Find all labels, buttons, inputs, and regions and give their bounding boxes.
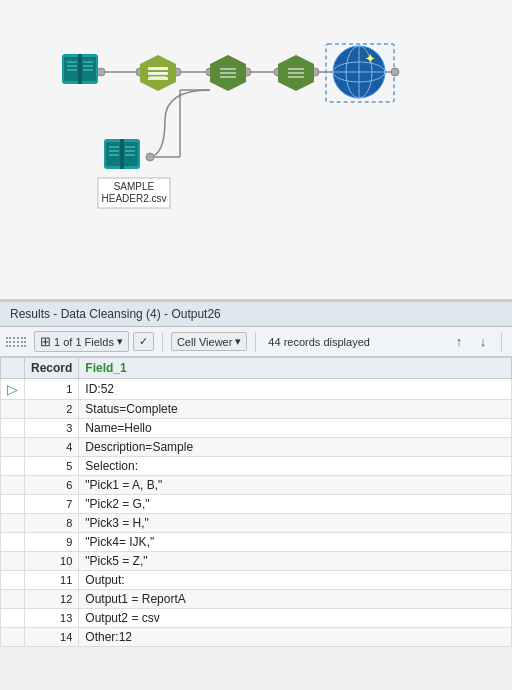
fields-dropdown-icon: ▾ bbox=[117, 335, 123, 348]
workflow-canvas: ✦ SAMPLE HEADER2.csv bbox=[0, 0, 512, 300]
row-field-value: Status=Complete bbox=[79, 400, 512, 419]
svg-text:HEADER2.csv: HEADER2.csv bbox=[101, 193, 166, 204]
row-field-value: "Pick3 = H," bbox=[79, 514, 512, 533]
svg-text:SAMPLE: SAMPLE bbox=[114, 181, 155, 192]
table-row: 12Output1 = ReportA bbox=[1, 590, 512, 609]
row-field-value: Output1 = ReportA bbox=[79, 590, 512, 609]
svg-point-11 bbox=[146, 153, 154, 161]
row-field-value: Name=Hello bbox=[79, 419, 512, 438]
table-row: 8"Pick3 = H," bbox=[1, 514, 512, 533]
row-number: 1 bbox=[25, 379, 79, 400]
table-row: 5Selection: bbox=[1, 457, 512, 476]
row-number: 3 bbox=[25, 419, 79, 438]
row-number: 11 bbox=[25, 571, 79, 590]
table-row: 6"Pick1 = A, B," bbox=[1, 476, 512, 495]
drag-handle bbox=[6, 337, 26, 347]
row-field-value: A bbox=[79, 647, 512, 648]
cell-viewer-dropdown-icon: ▾ bbox=[235, 335, 241, 348]
row-field-value: Selection: bbox=[79, 457, 512, 476]
separator-1 bbox=[162, 332, 163, 352]
scroll-up-button[interactable]: ↑ bbox=[449, 332, 469, 352]
table-row: 10"Pick5 = Z," bbox=[1, 552, 512, 571]
row-field-value: "Pick2 = G," bbox=[79, 495, 512, 514]
row-check-cell bbox=[1, 438, 25, 457]
records-count: 44 records displayed bbox=[268, 336, 370, 348]
table-icon: ⊞ bbox=[40, 334, 51, 349]
table-row: 11Output: bbox=[1, 571, 512, 590]
results-title: Results - Data Cleansing (4) - Output26 bbox=[0, 302, 512, 327]
row-number: 13 bbox=[25, 609, 79, 628]
separator-3 bbox=[501, 332, 502, 352]
table-row: 9"Pick4= IJK," bbox=[1, 533, 512, 552]
row-field-value: ID:52 bbox=[79, 379, 512, 400]
data-table: Record Field_1 ▷1ID:522Status=Complete3N… bbox=[0, 357, 512, 647]
svg-rect-52 bbox=[123, 142, 138, 166]
table-row: 7"Pick2 = G," bbox=[1, 495, 512, 514]
svg-point-9 bbox=[97, 68, 105, 76]
checkmark-icon: ✓ bbox=[139, 335, 148, 348]
row-check-cell bbox=[1, 476, 25, 495]
row-check-cell bbox=[1, 457, 25, 476]
row-check-cell bbox=[1, 609, 25, 628]
row-check-cell bbox=[1, 533, 25, 552]
row-number: 4 bbox=[25, 438, 79, 457]
table-header-row: Record Field_1 bbox=[1, 358, 512, 379]
row-field-value: Description=Sample bbox=[79, 438, 512, 457]
fields-selector-button[interactable]: ⊞ 1 of 1 Fields ▾ bbox=[34, 331, 129, 352]
cell-viewer-button[interactable]: Cell Viewer ▾ bbox=[171, 332, 247, 351]
row-check-cell bbox=[1, 419, 25, 438]
row-check-cell bbox=[1, 552, 25, 571]
row-number: 9 bbox=[25, 533, 79, 552]
row-check-cell bbox=[1, 514, 25, 533]
scroll-down-button[interactable]: ↓ bbox=[473, 332, 493, 352]
cell-viewer-label: Cell Viewer bbox=[177, 336, 232, 348]
table-row: 4Description=Sample bbox=[1, 438, 512, 457]
row-number: 6 bbox=[25, 476, 79, 495]
col-header-field1: Field_1 bbox=[79, 358, 512, 379]
col-header-check bbox=[1, 358, 25, 379]
svg-text:✦: ✦ bbox=[365, 52, 375, 66]
svg-rect-19 bbox=[64, 57, 79, 81]
row-check-cell bbox=[1, 628, 25, 647]
row-number: 2 bbox=[25, 400, 79, 419]
row-number: 12 bbox=[25, 590, 79, 609]
results-panel: Results - Data Cleansing (4) - Output26 … bbox=[0, 300, 512, 647]
row-field-value: Other:12 bbox=[79, 628, 512, 647]
results-toolbar: ⊞ 1 of 1 Fields ▾ ✓ Cell Viewer ▾ 44 rec… bbox=[0, 327, 512, 357]
svg-rect-21 bbox=[78, 54, 82, 84]
row-field-value: "Pick5 = Z," bbox=[79, 552, 512, 571]
svg-rect-20 bbox=[81, 57, 96, 81]
row-field-value: Output: bbox=[79, 571, 512, 590]
row-number: 15 bbox=[25, 647, 79, 648]
data-table-container[interactable]: Record Field_1 ▷1ID:522Status=Complete3N… bbox=[0, 357, 512, 647]
row-check-cell bbox=[1, 647, 25, 648]
row-field-value: "Pick4= IJK," bbox=[79, 533, 512, 552]
table-row: 3Name=Hello bbox=[1, 419, 512, 438]
row-number: 5 bbox=[25, 457, 79, 476]
row-number: 7 bbox=[25, 495, 79, 514]
row-check-cell bbox=[1, 495, 25, 514]
table-row: 14Other:12 bbox=[1, 628, 512, 647]
table-row: 15A bbox=[1, 647, 512, 648]
fields-label: 1 of 1 Fields bbox=[54, 336, 114, 348]
workflow-svg: ✦ SAMPLE HEADER2.csv bbox=[0, 0, 512, 299]
row-check-cell: ▷ bbox=[1, 379, 25, 400]
row-field-value: Output2 = csv bbox=[79, 609, 512, 628]
table-row: 2Status=Complete bbox=[1, 400, 512, 419]
row-number: 14 bbox=[25, 628, 79, 647]
separator-2 bbox=[255, 332, 256, 352]
svg-point-10 bbox=[391, 68, 399, 76]
row-check-cell bbox=[1, 571, 25, 590]
table-row: ▷1ID:52 bbox=[1, 379, 512, 400]
svg-rect-53 bbox=[120, 139, 124, 169]
col-header-record: Record bbox=[25, 358, 79, 379]
svg-rect-51 bbox=[106, 142, 121, 166]
results-title-text: Results - Data Cleansing (4) - Output26 bbox=[10, 307, 221, 321]
row-check-cell bbox=[1, 590, 25, 609]
row-number: 10 bbox=[25, 552, 79, 571]
row-field-value: "Pick1 = A, B," bbox=[79, 476, 512, 495]
row-check-cell bbox=[1, 400, 25, 419]
table-row: 13Output2 = csv bbox=[1, 609, 512, 628]
checkmark-button[interactable]: ✓ bbox=[133, 332, 154, 351]
row-number: 8 bbox=[25, 514, 79, 533]
